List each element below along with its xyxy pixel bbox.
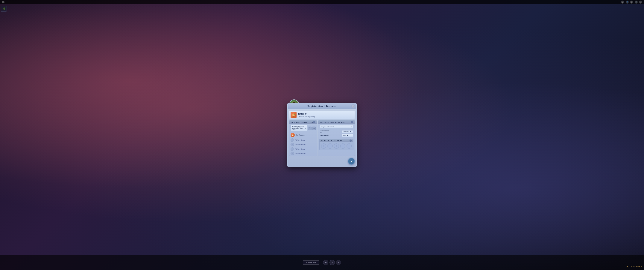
target-customers-section: Target Customers ? + + + + +	[320, 139, 354, 150]
tattoo-activity-icon: 🎨	[290, 133, 295, 137]
entrance-fee-type-text: One-Time	[343, 131, 349, 132]
add-activity-1[interactable]: + Add New Activity	[290, 138, 317, 142]
activity-dropdown-text: Sims will get tattoos from tended Tattoo…	[292, 126, 305, 131]
target-circle-1[interactable]: +	[321, 144, 326, 149]
add-label-3: Add New Activity	[295, 148, 305, 150]
panels-row: Business Activities ? Sims will get tatt…	[288, 120, 356, 156]
entrance-fees-row: Entrance Fees $23 One-Time ▼	[320, 130, 353, 133]
price-modifier-row: Price Modifier +0% ▼	[320, 134, 353, 137]
modal-overlay: Register Small Business × 🎨 Tattoo U Tat…	[0, 0, 644, 270]
add-icon-4: +	[290, 152, 294, 155]
add-icon-1: +	[290, 138, 294, 142]
business-activities-panel: Business Activities ? Sims will get tatt…	[289, 120, 317, 156]
dropdown-arrow-icon: ▼	[305, 127, 306, 129]
add-activity-4[interactable]: + Add New Activity	[290, 151, 317, 156]
modal-header: Register Small Business ×	[288, 103, 356, 109]
activities-help-icon[interactable]: ?	[313, 121, 315, 123]
business-name: Tattoo U	[298, 112, 353, 115]
business-description: Tattoos of varying quality.	[298, 116, 353, 117]
activity-dropdown[interactable]: Sims will get tattoos from tended Tattoo…	[290, 125, 308, 131]
activity-delete-icon[interactable]: 🗑	[312, 126, 316, 130]
target-circle-4[interactable]: +	[340, 144, 346, 149]
confirm-row: ✓	[288, 157, 356, 165]
add-label-4: Add New Activity	[295, 153, 305, 155]
target-circle-3[interactable]: +	[334, 144, 339, 149]
activity-edit-icon[interactable]: ✎	[308, 126, 312, 130]
price-modifier-dropdown[interactable]: +0% ▼	[342, 134, 353, 137]
add-label-2: Add New Activity	[295, 144, 305, 146]
add-activity-2[interactable]: + Add New Activity	[290, 142, 317, 147]
target-circles-row: + + + + +	[320, 142, 353, 150]
price-modifier-text: +0%	[343, 135, 346, 136]
add-label-1: Add New Activity	[295, 139, 305, 141]
business-info-bar: 🎨 Tattoo U Tattoos of varying quality.	[289, 111, 355, 119]
entrance-fees-type-dropdown[interactable]: One-Time ▼	[342, 130, 353, 133]
activities-panel-title: Business Activities	[291, 121, 313, 123]
business-lot-panel: Business Lot Assignment ? Assigned to 1 …	[318, 120, 355, 156]
activity-item-tattooed[interactable]: 🎨 Get Tattooed	[290, 132, 317, 138]
activity-tattooed-label: Get Tattooed	[296, 134, 304, 136]
target-customers-header: Target Customers ?	[320, 139, 353, 142]
add-activity-3[interactable]: + Add New Activity	[290, 147, 317, 151]
lot-dropdown-text: Assigned to 1 of 1 lots	[321, 126, 334, 128]
register-business-modal: Register Small Business × 🎨 Tattoo U Tat…	[287, 103, 357, 167]
target-customers-title: Target Customers	[321, 140, 342, 142]
confirm-button[interactable]: ✓	[348, 158, 355, 165]
checkmark-icon: ✓	[350, 160, 353, 163]
entrance-fees-label: Entrance Fees	[320, 130, 329, 132]
activities-panel-header: Business Activities ?	[290, 120, 317, 124]
target-circle-5[interactable]: +	[346, 144, 352, 149]
entrance-fee-dropdown-arrow: ▼	[350, 131, 352, 132]
add-icon-2: +	[290, 143, 294, 146]
add-icon-3: +	[290, 147, 294, 151]
lot-help-icon[interactable]: ?	[351, 121, 353, 123]
lot-panel-header: Business Lot Assignment ?	[318, 120, 354, 124]
activity-dropdown-row: Sims will get tattoos from tended Tattoo…	[290, 124, 317, 132]
target-circle-2[interactable]: +	[328, 144, 333, 149]
price-modifier-label: Price Modifier	[320, 135, 329, 136]
close-button[interactable]: ×	[352, 104, 355, 108]
modal-title: Register Small Business	[290, 105, 354, 108]
lot-panel-title: Business Lot Assignment	[320, 121, 348, 123]
lot-assignment-dropdown[interactable]: Assigned to 1 of 1 lots ▼	[320, 125, 354, 128]
price-modifier-arrow: ▼	[347, 135, 348, 136]
business-type-icon: 🎨	[290, 112, 296, 118]
entrance-fees-value: $23	[320, 132, 329, 133]
entrance-fees-column: Entrance Fees $23	[320, 130, 329, 133]
lot-dropdown-arrow-icon: ▼	[351, 126, 352, 128]
fees-section: Entrance Fees $23 One-Time ▼ Price Modif…	[318, 129, 354, 138]
target-help-icon[interactable]: ?	[350, 140, 352, 142]
